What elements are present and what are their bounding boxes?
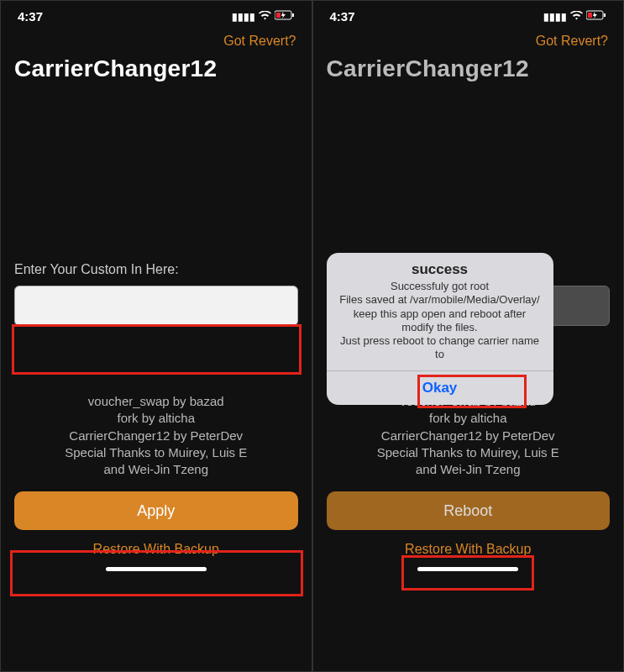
svg-rect-5 xyxy=(588,13,592,18)
credit-line: fork by alticha xyxy=(21,410,291,427)
home-indicator xyxy=(106,567,207,571)
credit-line: fork by alticha xyxy=(333,410,604,427)
status-icons: ▮▮▮▮ xyxy=(232,10,295,23)
signal-icon: ▮▮▮▮ xyxy=(232,11,255,23)
status-icons: ▮▮▮▮ xyxy=(543,10,606,23)
page-title: CarrierChanger12 xyxy=(14,55,298,82)
svg-rect-4 xyxy=(604,13,606,17)
credit-line: and Wei-Jin Tzeng xyxy=(333,461,604,478)
dialog-body: Successfuly got root Files saved at /var… xyxy=(327,280,553,370)
dialog-line: Successfuly got root xyxy=(338,280,542,293)
credit-line: Special Thanks to Muirey, Luis E xyxy=(21,444,291,461)
svg-rect-1 xyxy=(292,13,294,17)
dialog-line: keep this app open and reboot after modi… xyxy=(338,307,542,335)
credit-line: CarrierChanger12 by PeterDev xyxy=(333,428,604,444)
dialog-line: Just press reboot to change carrier name… xyxy=(338,334,542,362)
credit-line: voucher_swap by bazad xyxy=(21,393,291,410)
dialog-ok-button[interactable]: Okay xyxy=(327,370,553,405)
page-title: CarrierChanger12 xyxy=(327,55,611,82)
got-revert-link[interactable]: Got Revert? xyxy=(14,29,298,55)
signal-icon: ▮▮▮▮ xyxy=(543,11,567,23)
credit-line: and Wei-Jin Tzeng xyxy=(21,461,291,478)
status-time: 4:37 xyxy=(18,9,43,24)
status-bar: 4:37 ▮▮▮▮ xyxy=(327,8,611,29)
got-revert-link[interactable]: Got Revert? xyxy=(327,29,611,55)
reboot-button[interactable]: Reboot xyxy=(327,491,611,530)
custom-input-label: Enter Your Custom In Here: xyxy=(14,262,298,277)
credit-line: CarrierChanger12 by PeterDev xyxy=(21,428,291,444)
success-dialog: success Successfuly got root Files saved… xyxy=(327,253,553,405)
svg-rect-2 xyxy=(276,13,281,18)
battery-icon xyxy=(586,10,606,23)
custom-name-input[interactable] xyxy=(14,286,298,326)
restore-link[interactable]: Restore With Backup xyxy=(327,530,611,564)
status-time: 4:37 xyxy=(330,9,355,24)
credits-text: voucher_swap by bazad fork by alticha Ca… xyxy=(14,393,298,486)
wifi-icon xyxy=(570,11,583,23)
battery-icon xyxy=(275,10,295,23)
credit-line: Special Thanks to Muirey, Luis E xyxy=(333,444,604,461)
status-bar: 4:37 ▮▮▮▮ xyxy=(14,8,298,29)
wifi-icon xyxy=(259,11,271,23)
dialog-line: Files saved at /var/mobile/Media/Overlay… xyxy=(338,293,542,307)
apply-button[interactable]: Apply xyxy=(14,491,298,530)
credits-text: voucher_swap by bazad fork by alticha Ca… xyxy=(327,393,611,486)
home-indicator xyxy=(417,567,518,571)
dialog-title: success xyxy=(327,253,553,280)
restore-link[interactable]: Restore With Backup xyxy=(14,530,298,564)
